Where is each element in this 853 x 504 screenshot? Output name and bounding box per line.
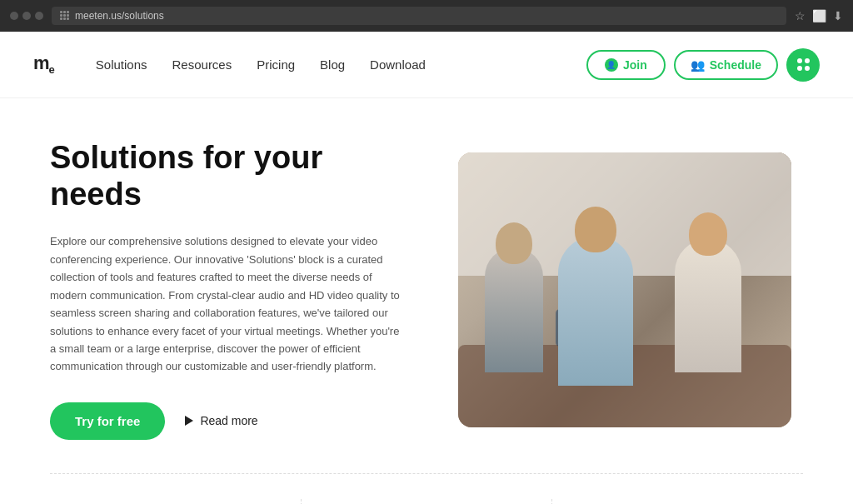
nav-item-download[interactable]: Download — [370, 57, 426, 72]
person-1-head — [496, 222, 532, 264]
bottom-item-management[interactable]: Management — [50, 499, 302, 504]
join-label: Join — [623, 58, 647, 72]
browser-share-icon[interactable]: ⬜ — [812, 9, 826, 22]
hero-image — [458, 152, 791, 427]
page: me Solutions Resources Pricing Blog Down… — [0, 32, 853, 504]
nav-item-pricing[interactable]: Pricing — [257, 57, 295, 72]
browser-window-controls — [10, 12, 43, 20]
logo-sub: e — [49, 64, 54, 77]
hero-content: Solutions for your needs Explore our com… — [50, 140, 408, 440]
logo[interactable]: me — [33, 52, 54, 76]
browser-dot-3 — [35, 12, 43, 20]
browser-address-bar[interactable]: meeten.us/solutions — [52, 7, 786, 25]
person-3-head — [689, 212, 727, 256]
join-person-icon: 👤 — [605, 58, 618, 72]
browser-dot-1 — [10, 12, 18, 20]
person-2-head — [575, 207, 616, 252]
hero-section: Solutions for your needs Explore our com… — [0, 98, 853, 473]
browser-action-buttons: ☆ ⬜ ⬇ — [795, 9, 843, 22]
read-more-label: Read more — [200, 414, 257, 427]
nav-link-pricing[interactable]: Pricing — [257, 57, 295, 72]
join-button[interactable]: 👤 Join — [586, 50, 666, 80]
browser-download-icon[interactable]: ⬇ — [833, 9, 843, 22]
nav-item-solutions[interactable]: Solutions — [96, 57, 147, 72]
person-1-body — [485, 247, 543, 372]
try-for-free-button[interactable]: Try for free — [50, 402, 165, 440]
bottom-section: Management Assistants Agencies — [50, 473, 803, 504]
hero-description: Explore our comprehensive solutions desi… — [50, 232, 408, 376]
nav-link-solutions[interactable]: Solutions — [96, 57, 147, 72]
browser-star-icon[interactable]: ☆ — [795, 9, 806, 22]
nav-buttons: 👤 Join 👥 Schedule — [586, 48, 820, 82]
schedule-persons-icon: 👥 — [691, 58, 705, 72]
browser-chrome: meeten.us/solutions ☆ ⬜ ⬇ — [0, 0, 853, 32]
bottom-item-agencies[interactable]: Agencies — [552, 499, 803, 504]
nav-link-resources[interactable]: Resources — [172, 57, 232, 72]
grid-dots-icon — [797, 58, 810, 71]
browser-url-text: meeten.us/solutions — [75, 10, 164, 22]
nav-item-blog[interactable]: Blog — [320, 57, 345, 72]
nav-link-download[interactable]: Download — [370, 57, 426, 72]
schedule-button[interactable]: 👥 Schedule — [674, 50, 778, 80]
person-2-body — [558, 236, 633, 386]
nav-link-blog[interactable]: Blog — [320, 57, 345, 72]
read-more-button[interactable]: Read more — [185, 414, 257, 427]
browser-grid-icon — [60, 11, 70, 21]
browser-dot-2 — [22, 12, 31, 20]
bottom-item-assistants[interactable]: Assistants — [302, 499, 553, 504]
play-icon — [185, 416, 193, 426]
nav-links: Solutions Resources Pricing Blog Downloa… — [96, 57, 586, 72]
schedule-label: Schedule — [710, 58, 761, 72]
hero-actions: Try for free Read more — [50, 402, 408, 440]
apps-grid-button[interactable] — [786, 48, 820, 82]
hero-title: Solutions for your needs — [50, 140, 408, 212]
nav-item-resources[interactable]: Resources — [172, 57, 232, 72]
navbar: me Solutions Resources Pricing Blog Down… — [0, 32, 853, 98]
hero-image-placeholder — [458, 152, 791, 427]
person-3-body — [675, 239, 741, 372]
